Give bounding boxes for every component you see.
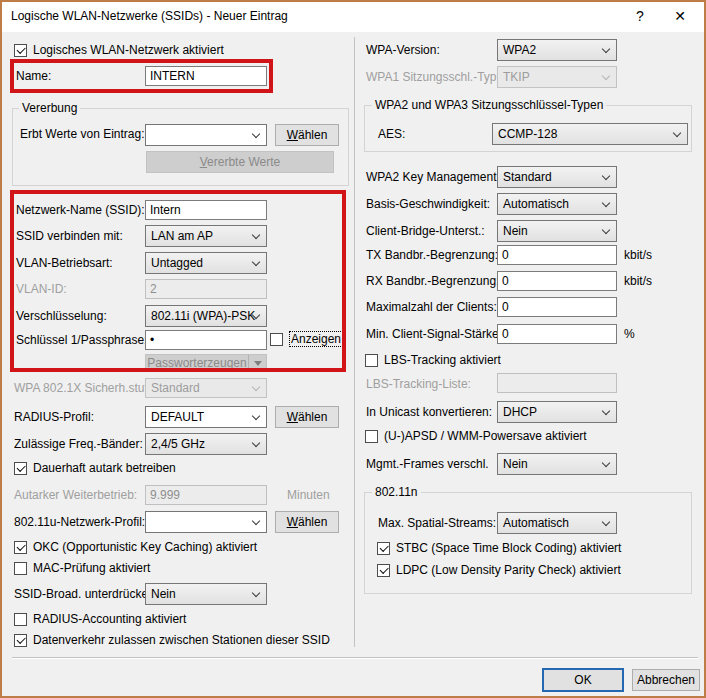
chevron-down-icon — [252, 130, 260, 138]
dialog-title: Logische WLAN-Netzwerke (SSIDs) - Neuer … — [11, 9, 288, 23]
mac-check-checkbox[interactable]: MAC-Prüfung aktiviert — [14, 560, 150, 576]
passphrase-label: Schlüssel 1/Passphrase: — [16, 331, 147, 349]
client-bridge-combo[interactable]: Nein — [497, 220, 617, 242]
network-profile-combo[interactable] — [145, 511, 267, 533]
checkbox-box[interactable] — [365, 354, 378, 367]
checkbox-box[interactable] — [14, 562, 27, 575]
checkbox-label: Logisches WLAN-Netzwerk aktiviert — [33, 43, 224, 57]
wpa-version-label: WPA-Version: — [366, 41, 440, 59]
combo-value: Nein — [503, 457, 528, 471]
radius-profile-combo[interactable]: DEFAULT — [145, 406, 267, 428]
freq-bands-combo[interactable]: 2,4/5 GHz — [145, 433, 267, 455]
checkbox-label: STBC (Space Time Block Coding) aktiviert — [396, 541, 621, 555]
rx-limit-label: RX Bandbr.-Begrenzung: — [366, 272, 499, 290]
passphrase-input[interactable]: • — [145, 330, 267, 350]
basis-speed-combo[interactable]: Automatisch — [497, 193, 617, 215]
interstation-traffic-checkbox[interactable]: Datenverkehr zulassen zwischen Stationen… — [14, 632, 330, 648]
combo-value: Nein — [503, 224, 528, 238]
column-divider — [354, 37, 355, 647]
cancel-button[interactable]: Abbrechen — [632, 669, 700, 691]
spatial-streams-label: Max. Spatial-Streams: — [378, 514, 496, 532]
footer-divider — [12, 657, 698, 658]
ssid-broadcast-combo[interactable]: Nein — [145, 583, 267, 605]
dialog-window: Logische WLAN-Netzwerke (SSIDs) - Neuer … — [0, 0, 706, 698]
ldpc-checkbox[interactable]: LDPC (Low Density Parity Check) aktivier… — [377, 562, 621, 578]
lbs-tracking-checkbox[interactable]: LBS-Tracking aktiviert — [365, 352, 501, 368]
inherit-from-combo[interactable] — [145, 124, 267, 146]
ssid-input[interactable]: Intern — [145, 200, 267, 220]
name-input[interactable]: INTERN — [145, 66, 267, 86]
lbs-list-input — [497, 373, 617, 393]
checkbox-label: LBS-Tracking aktiviert — [384, 353, 501, 367]
aes-combo[interactable]: CCMP-128 — [492, 123, 688, 145]
spatial-streams-combo[interactable]: Automatisch — [497, 512, 617, 534]
okc-checkbox[interactable]: OKC (Opportunistic Key Caching) aktivier… — [14, 539, 257, 555]
mgmt-frames-combo[interactable]: Nein — [497, 453, 617, 475]
ssid-label: Netzwerk-Name (SSID): — [16, 201, 145, 219]
chevron-down-icon — [602, 459, 610, 467]
help-icon[interactable]: ? — [622, 2, 658, 31]
unicast-label: In Unicast konvertieren: — [366, 403, 492, 421]
chevron-down-icon — [602, 199, 610, 207]
ssid-connect-label: SSID verbinden mit: — [16, 227, 123, 245]
session-keys-group-title: WPA2 und WPA3 Sitzungsschlüssel-Typen — [372, 98, 606, 112]
apsd-checkbox[interactable]: (U-)APSD / WMM-Powersave aktiviert — [365, 428, 587, 444]
combo-value: 2,4/5 GHz — [151, 437, 205, 451]
combo-value: Standard — [503, 170, 552, 184]
max-clients-input[interactable]: 0 — [497, 297, 617, 317]
chevron-down-icon — [602, 518, 610, 526]
checkbox-box[interactable] — [377, 564, 390, 577]
encryption-combo[interactable]: 802.11i (WPA)-PSK — [145, 305, 267, 327]
checkbox-box[interactable] — [14, 462, 27, 475]
autonomous-time-input: 9.999 — [145, 485, 267, 505]
chevron-down-icon — [602, 45, 610, 53]
checkbox-box[interactable] — [14, 613, 27, 626]
stbc-checkbox[interactable]: STBC (Space Time Block Coding) aktiviert — [377, 540, 621, 556]
checkbox-label: LDPC (Low Density Parity Check) aktivier… — [396, 563, 621, 577]
ssid-broadcast-label: SSID-Broad. unterdrücken: — [14, 585, 158, 603]
tx-limit-input[interactable]: 0 — [497, 245, 617, 265]
ssid-connect-combo[interactable]: LAN am AP — [145, 225, 267, 247]
tx-limit-label: TX Bandbr.-Begrenzung: — [366, 246, 498, 264]
wpa1-key-type-label: WPA1 Sitzungsschl.-Typ: — [366, 68, 500, 86]
show-passphrase-checkbox[interactable]: Anzeigen — [270, 331, 343, 347]
lbs-list-label: LBS-Tracking-Liste: — [366, 375, 471, 393]
network-profile-choose-button[interactable]: Wählen — [275, 511, 339, 533]
autonomous-checkbox[interactable]: Dauerhaft autark betreiben — [14, 460, 176, 476]
combo-value: Automatisch — [503, 197, 569, 211]
max-clients-label: Maximalzahl der Clients: — [366, 298, 497, 316]
rx-limit-input[interactable]: 0 — [497, 271, 617, 291]
vlan-mode-combo[interactable]: Untagged — [145, 252, 267, 274]
wpa-version-combo[interactable]: WPA2 — [497, 39, 617, 61]
combo-value: CCMP-128 — [498, 127, 557, 141]
checkbox-box[interactable] — [365, 430, 378, 443]
mgmt-frames-label: Mgmt.-Frames verschl. — [366, 455, 489, 473]
min-signal-input[interactable]: 0 — [497, 324, 617, 344]
checkbox-box[interactable] — [14, 541, 27, 554]
enable-network-checkbox[interactable]: Logisches WLAN-Netzwerk aktiviert — [14, 42, 224, 58]
checkbox-box[interactable] — [14, 634, 27, 647]
chevron-down-icon — [252, 439, 260, 447]
checkbox-box[interactable] — [377, 542, 390, 555]
checkbox-box[interactable] — [14, 44, 27, 57]
radius-choose-button[interactable]: Wählen — [275, 406, 339, 428]
radius-accounting-checkbox[interactable]: RADIUS-Accounting aktiviert — [14, 611, 186, 627]
dialog-body: Logisches WLAN-Netzwerk aktiviert Name: … — [2, 32, 704, 696]
chevron-down-icon — [252, 258, 260, 266]
rx-limit-unit: kbit/s — [624, 272, 652, 290]
unicast-combo[interactable]: DHCP — [497, 401, 617, 423]
vlan-id-label: VLAN-ID: — [16, 280, 67, 298]
ok-button[interactable]: OK — [542, 668, 624, 692]
tx-limit-unit: kbit/s — [624, 246, 652, 264]
inherit-choose-button[interactable]: Wählen — [275, 124, 339, 146]
checkbox-box[interactable] — [270, 333, 283, 346]
chevron-down-icon — [252, 517, 260, 525]
dropdown-arrow-icon — [248, 355, 266, 371]
checkbox-label: (U-)APSD / WMM-Powersave aktiviert — [384, 429, 587, 443]
close-icon[interactable]: ✕ — [662, 2, 698, 31]
min-signal-unit: % — [624, 325, 635, 343]
autonomous-time-label: Autarker Weiterbetrieb: — [14, 486, 137, 504]
combo-value: Untagged — [151, 256, 203, 270]
chevron-down-icon — [252, 589, 260, 597]
wpa2-key-mgmt-combo[interactable]: Standard — [497, 166, 617, 188]
